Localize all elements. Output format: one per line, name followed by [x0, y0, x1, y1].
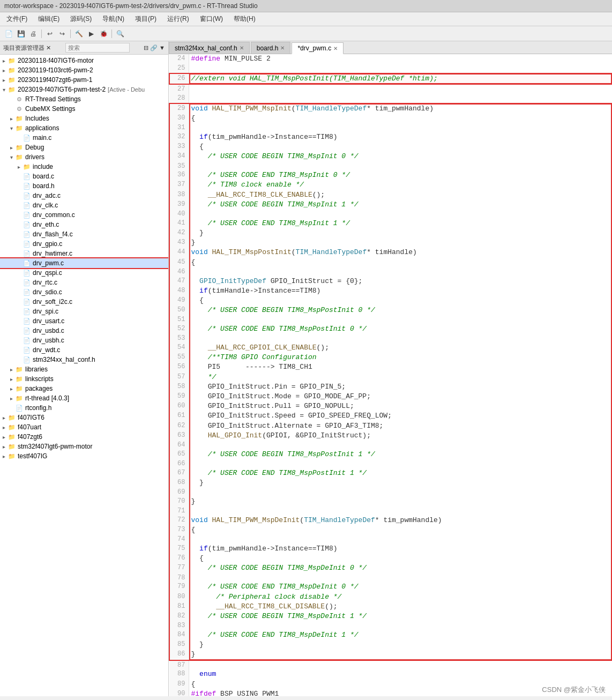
tree-item-include[interactable]: ▸ 📁 include [0, 162, 168, 172]
tree-item-drv-clk[interactable]: 📄 drv_clk.c [0, 200, 168, 210]
line-content-68[interactable]: } [189, 478, 611, 488]
line-content-45[interactable]: { [189, 258, 611, 267]
tree-item-packages[interactable]: ▸ 📁 packages [0, 384, 168, 393]
tree-item-rt-thread[interactable]: ▸ 📁 rt-thread [4.0.3] [0, 393, 168, 403]
menu-navigate[interactable]: 导航(N) [100, 14, 126, 24]
menu-help[interactable]: 帮助(H) [232, 14, 258, 24]
tree-item-drv-soft-i2c[interactable]: 📄 drv_soft_i2c.c [0, 297, 168, 307]
tab-board-h[interactable]: board.h ✕ [251, 42, 291, 54]
tree-item-drv-gpio[interactable]: 📄 drv_gpio.c [0, 239, 168, 249]
line-content-25[interactable] [189, 64, 611, 73]
line-content-31[interactable] [189, 123, 611, 132]
tree-item-drv-usbh[interactable]: 📄 drv_usbh.c [0, 336, 168, 345]
line-content-57[interactable]: */ [189, 373, 611, 382]
line-content-79[interactable]: /* USER CODE END TIM8_MspDeInit 0 */ [189, 582, 611, 592]
tree-item-testf407ig[interactable]: ▸ 📁 testf407IG [0, 451, 168, 461]
tree-item-drv-adc[interactable]: 📄 drv_adc.c [0, 191, 168, 200]
line-content-66[interactable] [189, 459, 611, 468]
line-content-83[interactable] [189, 621, 611, 630]
line-content-63[interactable]: HAL_GPIO_Init(GPIOI, &GPIO_InitStruct); [189, 431, 611, 441]
line-content-26[interactable]: //extern void HAL_TIM_MspPostInit(TIM_Ha… [189, 73, 611, 84]
line-content-71[interactable] [189, 507, 611, 516]
line-content-77[interactable]: /* USER CODE BEGIN TIM8_MspDeInit 0 */ [189, 563, 611, 573]
line-content-24[interactable]: #define MIN_PULSE 2 [189, 54, 611, 64]
line-content-36[interactable]: /* USER CODE END TIM8_MspInit 0 */ [189, 170, 611, 180]
line-content-62[interactable]: GPIO_InitStruct.Alternate = GPIO_AF3_TIM… [189, 421, 611, 431]
line-content-60[interactable]: GPIO_InitStruct.Pull = GPIO_NOPULL; [189, 401, 611, 411]
line-content-41[interactable]: /* USER CODE END TIM8_MspInit 1 */ [189, 219, 611, 228]
tree-item-proj3[interactable]: ▸ 📁 20230119f407zgt6-pwm-1 [0, 75, 168, 85]
line-content-61[interactable]: GPIO_InitStruct.Speed = GPIO_SPEED_FREQ_… [189, 411, 611, 421]
redo-button[interactable]: ↪ [57, 28, 68, 39]
tree-item-drv-wdt[interactable]: 📄 drv_wdt.c [0, 345, 168, 355]
tab-board-h-close[interactable]: ✕ [280, 45, 285, 51]
tree-item-main-c[interactable]: 📄 main.c [0, 133, 168, 143]
line-content-53[interactable] [189, 334, 611, 343]
tree-item-drv-spi[interactable]: 📄 drv_spi.c [0, 307, 168, 316]
line-content-76[interactable]: { [189, 554, 611, 563]
tree-item-proj1[interactable]: ▸ 📁 20230118-f407IGT6-motor [0, 56, 168, 65]
line-content-52[interactable]: /* USER CODE END TIM8_MspPostInit 0 */ [189, 324, 611, 334]
tree-item-f407zgt6[interactable]: ▸ 📁 f407zgt6 [0, 432, 168, 442]
line-content-72[interactable]: void HAL_TIM_PWM_MspDeInit(TIM_HandleTyp… [189, 516, 611, 525]
tree-item-applications[interactable]: ▾ 📁 applications [0, 123, 168, 133]
line-content-49[interactable]: { [189, 296, 611, 306]
tree-item-linkscripts[interactable]: ▸ 📁 linkscripts [0, 374, 168, 384]
line-content-69[interactable] [189, 488, 611, 497]
line-content-46[interactable] [189, 267, 611, 277]
line-content-70[interactable]: } [189, 497, 611, 507]
tree-item-drv-hwtimer[interactable]: 📄 drv_hwtimer.c [0, 249, 168, 258]
line-content-47[interactable]: GPIO_InitTypeDef GPIO_InitStruct = {0}; [189, 277, 611, 286]
tree-item-drv-common[interactable]: 📄 drv_common.c [0, 210, 168, 220]
line-content-44[interactable]: void HAL_TIM_MspPostInit(TIM_HandleTypeD… [189, 248, 611, 257]
menu-source[interactable]: 源码(S) [68, 14, 94, 24]
tree-item-rt-settings[interactable]: ⚙ RT-Thread Settings [0, 94, 168, 104]
tree-item-drv-usart[interactable]: 📄 drv_usart.c [0, 316, 168, 326]
tab-drv-pwm[interactable]: *drv_pwm.c ✕ [292, 42, 344, 54]
tree-item-cubemx[interactable]: ⚙ CubeMX Settings [0, 104, 168, 114]
line-content-28[interactable] [189, 94, 611, 103]
line-content-32[interactable]: if(tim_pwmHandle->Instance==TIM8) [189, 132, 611, 142]
menu-project[interactable]: 项目(P) [133, 14, 159, 24]
new-button[interactable]: 📄 [3, 28, 14, 39]
tree-item-drivers[interactable]: ▾ 📁 drivers [0, 152, 168, 162]
tree-item-stm32-motor[interactable]: ▸ 📁 stm32f407lgt6-pwm-motor [0, 442, 168, 451]
tab-hal-conf[interactable]: stm32f4xx_hal_conf.h ✕ [169, 42, 250, 54]
collapse-all-icon[interactable]: ⊟ [144, 44, 148, 51]
tree-item-proj2[interactable]: ▸ 📁 20230119-f103rct6-pwm-2 [0, 65, 168, 75]
link-icon[interactable]: 🔗 [150, 44, 158, 51]
line-content-85[interactable]: } [189, 640, 611, 650]
menu-edit[interactable]: 编辑(E) [36, 14, 62, 24]
save-button[interactable]: 💾 [16, 28, 26, 39]
line-content-38[interactable]: __HAL_RCC_TIM8_CLK_ENABLE(); [189, 190, 611, 200]
build-button[interactable]: 🔨 [73, 28, 84, 39]
line-content-27[interactable] [189, 84, 611, 94]
tree-item-board-c[interactable]: 📄 board.c [0, 172, 168, 181]
line-content-43[interactable]: } [189, 238, 611, 248]
line-content-59[interactable]: GPIO_InitStruct.Mode = GPIO_MODE_AF_PP; [189, 392, 611, 401]
code-editor[interactable]: 24#define MIN_PULSE 22526//extern void H… [169, 54, 612, 696]
tree-item-rtconfig[interactable]: 📄 rtconfig.h [0, 403, 168, 413]
tree-item-drv-pwm[interactable]: 📄 drv_pwm.c [0, 258, 168, 268]
line-content-86[interactable]: } [189, 650, 611, 660]
line-content-75[interactable]: if(tim_pwmHandle->Instance==TIM8) [189, 544, 611, 554]
menu-icon[interactable]: ▼ [159, 44, 165, 51]
tree-item-drv-rtc[interactable]: 📄 drv_rtc.c [0, 278, 168, 287]
tree-item-f407igt6[interactable]: ▸ 📁 f407IGT6 [0, 413, 168, 422]
line-content-34[interactable]: /* USER CODE BEGIN TIM8_MspInit 0 */ [189, 152, 611, 161]
debug-button[interactable]: 🐞 [98, 28, 109, 39]
line-content-67[interactable]: /* USER CODE END TIM8_MspPostInit 1 */ [189, 468, 611, 478]
line-content-35[interactable] [189, 162, 611, 171]
line-content-81[interactable]: __HAL_RCC_TIM8_CLK_DISABLE(); [189, 602, 611, 612]
tree-item-drv-usbd[interactable]: 📄 drv_usbd.c [0, 326, 168, 336]
sidebar-search-input[interactable] [65, 43, 130, 53]
line-content-82[interactable]: /* USER CODE BEGIN TIM8_MspDeInit 1 */ [189, 612, 611, 621]
line-content-84[interactable]: /* USER CODE END TIM8_MspDeInit 1 */ [189, 630, 611, 640]
tree-item-proj4[interactable]: ▾ 📁 2023019-f407IGT6-pwm-test-2 [Active … [0, 85, 168, 94]
line-content-30[interactable]: { [189, 114, 611, 123]
menu-run[interactable]: 运行(R) [165, 14, 191, 24]
line-content-29[interactable]: void HAL_TIM_PWM_MspInit(TIM_HandleTypeD… [189, 103, 611, 114]
line-content-56[interactable]: PI5 ------> TIM8_CH1 [189, 362, 611, 372]
run-button[interactable]: ▶ [86, 28, 96, 39]
tree-item-libraries[interactable]: ▸ 📁 libraries [0, 364, 168, 374]
